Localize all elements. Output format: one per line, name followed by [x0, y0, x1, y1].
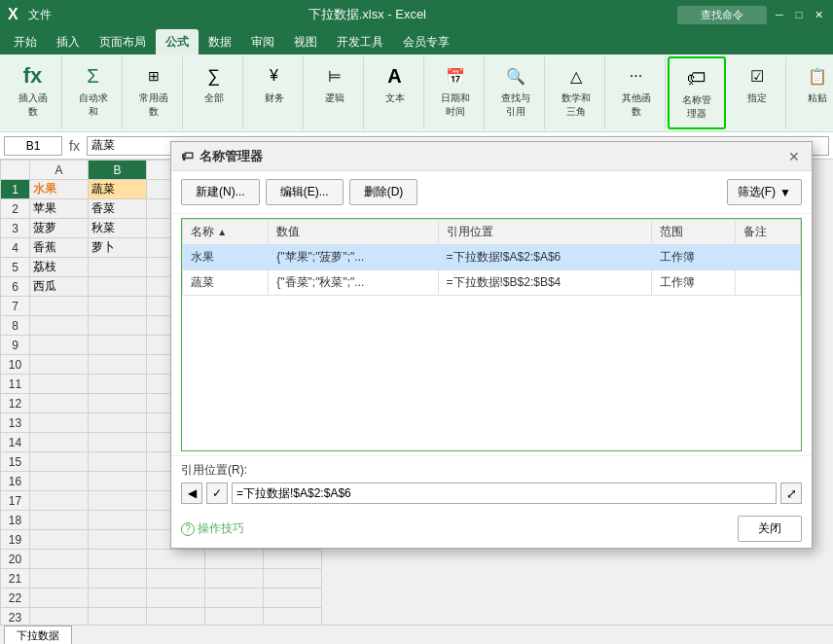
filter-button[interactable]: 筛选(F) ▼ — [727, 179, 802, 205]
modal-toolbar: 新建(N)... 编辑(E)... 删除(D) 筛选(F) ▼ — [171, 171, 812, 214]
col-ref: 引用位置 — [438, 220, 651, 245]
close-dialog-btn[interactable]: 关闭 — [738, 516, 802, 542]
modal-header: 🏷 名称管理器 ✕ — [171, 142, 812, 171]
modal-cell-ref: =下拉数据!$B$2:$B$4 — [438, 270, 651, 296]
modal-close-btn[interactable]: ✕ — [786, 149, 802, 164]
modal-footer: 引用位置(R): ◀ ✓ ⤢ — [171, 455, 812, 510]
modal-table-row[interactable]: 蔬菜{"香菜";"秋菜";"...=下拉数据!$B$2:$B$4工作簿 — [183, 270, 801, 296]
filter-chevron-icon: ▼ — [779, 186, 791, 199]
modal-title-text: 名称管理器 — [199, 148, 263, 165]
modal-table-row[interactable]: 水果{"苹果";"菠萝";"...=下拉数据!$A$2:$A$6工作簿 — [183, 245, 801, 270]
ref-label: 引用位置(R): — [181, 462, 802, 479]
new-button[interactable]: 新建(N)... — [181, 179, 260, 205]
modal-cell-value: {"苹果";"菠萝";"... — [269, 245, 438, 270]
modal-cell-note — [736, 270, 801, 296]
modal-overlay: 🏷 名称管理器 ✕ 新建(N)... 编辑(E)... 删除(D) 筛选(F) … — [0, 0, 833, 644]
col-name: 名称 ▲ — [183, 220, 269, 245]
modal-cell-name: 蔬菜 — [183, 270, 269, 296]
delete-button[interactable]: 删除(D) — [349, 179, 418, 205]
modal-table: 名称 ▲ 数值 引用位置 范围 备注 水果{"苹果";"菠萝";"...=下拉数… — [182, 219, 801, 296]
name-manager-dialog: 🏷 名称管理器 ✕ 新建(N)... 编辑(E)... 删除(D) 筛选(F) … — [170, 141, 813, 549]
filter-label: 筛选(F) — [738, 184, 776, 200]
modal-title-icon: 🏷 — [181, 149, 194, 163]
modal-cell-scope: 工作簿 — [651, 245, 735, 270]
expand-ref-btn[interactable]: ⤢ — [780, 483, 802, 504]
modal-bottom-bar: ? 操作技巧 关闭 — [171, 510, 812, 548]
modal-title: 🏷 名称管理器 — [181, 148, 263, 165]
modal-cell-name: 水果 — [183, 245, 269, 270]
modal-cell-ref: =下拉数据!$A$2:$A$6 — [438, 245, 651, 270]
nav-check-btn[interactable]: ✓ — [206, 483, 228, 504]
col-value: 数值 — [269, 220, 438, 245]
help-circle-icon: ? — [181, 522, 195, 536]
edit-button[interactable]: 编辑(E)... — [266, 179, 344, 205]
modal-cell-note — [736, 245, 801, 270]
nav-left-btn[interactable]: ◀ — [181, 483, 202, 504]
modal-table-container: 名称 ▲ 数值 引用位置 范围 备注 水果{"苹果";"菠萝";"...=下拉数… — [181, 218, 802, 451]
modal-cell-value: {"香菜";"秋菜";"... — [269, 270, 438, 296]
modal-cell-scope: 工作簿 — [651, 270, 735, 296]
ref-input[interactable] — [232, 483, 777, 504]
help-text: 操作技巧 — [198, 520, 244, 537]
col-scope: 范围 — [651, 220, 735, 245]
ref-input-row: ◀ ✓ ⤢ — [181, 483, 802, 504]
help-link[interactable]: ? 操作技巧 — [181, 520, 244, 537]
col-note: 备注 — [736, 220, 801, 245]
